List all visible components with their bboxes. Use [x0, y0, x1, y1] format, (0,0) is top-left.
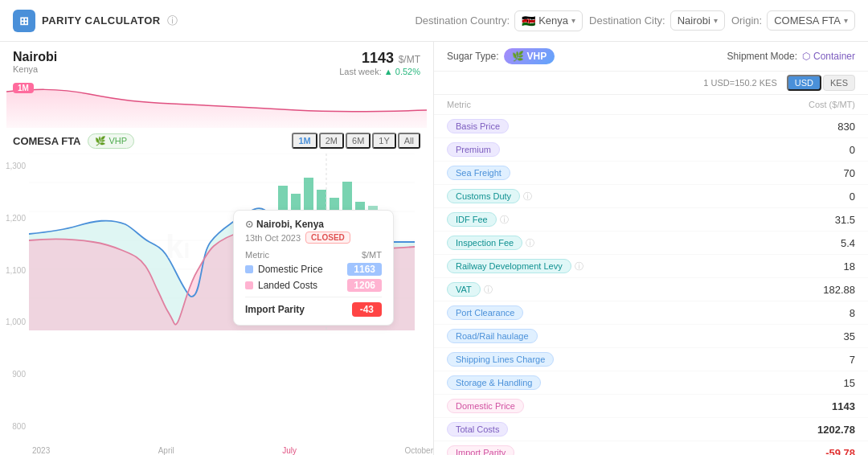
metric-value: 5.4 [807, 237, 855, 249]
app-title: PARITY CALCULATOR [42, 14, 161, 27]
metric-value: 0 [807, 191, 855, 203]
metric-left: Customs Dutyⓘ [447, 189, 532, 203]
metrics-table-header: Metric Cost ($/MT) [434, 95, 868, 115]
cost-col-header: Cost ($/MT) [809, 100, 855, 109]
metric-row: Road/Rail haulage35 [434, 325, 868, 348]
price-value: 1143 [362, 50, 394, 66]
metric-left: Shipping Lines Charge [447, 352, 554, 367]
origin-label: COMESA FTA [13, 135, 81, 147]
info-icon[interactable]: ⓘ [575, 260, 583, 273]
origin-select[interactable]: COMESA FTA ▾ [767, 10, 855, 31]
metric-left: Basis Price [447, 119, 509, 133]
metric-value: 7 [807, 354, 855, 366]
metrics-table: Metric Cost ($/MT) Basis Price830Premium… [434, 95, 868, 455]
destination-country-control: Destination Country: 🇰🇪 Kenya ▾ [415, 10, 583, 31]
metric-left: Total Costs [447, 422, 508, 437]
metric-tag[interactable]: Sea Freight [447, 166, 510, 180]
metric-tag[interactable]: Inspection Fee [447, 236, 522, 250]
vhp-tag[interactable]: 🌿 VHP [504, 48, 555, 64]
metric-row: Shipping Lines Charge7 [434, 348, 868, 371]
time-btn-1y[interactable]: 1Y [372, 133, 395, 149]
domestic-price-dot [245, 265, 253, 273]
container-badge: ⬡ Container [802, 51, 855, 62]
metric-tag[interactable]: Storage & Handling [447, 375, 541, 390]
metric-tag[interactable]: Railway Development Levy [447, 259, 571, 273]
tooltip-parity-value: -43 [352, 302, 382, 317]
info-icon[interactable]: ⓘ [526, 237, 534, 249]
metric-tag[interactable]: Shipping Lines Charge [447, 352, 554, 367]
x-label-april: April [158, 446, 174, 455]
metric-tag[interactable]: VAT [447, 282, 481, 297]
metric-value: 1202.78 [807, 424, 855, 436]
metric-tag[interactable]: Basis Price [447, 119, 509, 133]
x-axis: 2023 April July October [32, 446, 433, 455]
mini-chart-period[interactable]: 1M [13, 83, 34, 93]
chevron-down-icon: ▾ [844, 16, 848, 25]
time-btn-1m[interactable]: 1M [292, 133, 317, 149]
destination-city-select[interactable]: Nairobi ▾ [670, 10, 725, 31]
metric-left: Railway Development Levyⓘ [447, 259, 583, 273]
metric-tag[interactable]: IDF Fee [447, 212, 497, 227]
metric-tag[interactable]: Customs Duty [447, 189, 520, 203]
tooltip-location: ⊙ Nairobi, Kenya [245, 219, 382, 230]
metric-row: Inspection Feeⓘ5.4 [434, 232, 868, 255]
chart-tooltip: ⊙ Nairobi, Kenya 13th Oct 2023 CLOSED Me… [233, 210, 394, 326]
y-axis: 1,300 1,200 1,100 1,000 900 800 [0, 162, 29, 431]
vhp-badge[interactable]: 🌿 VHP [88, 133, 135, 149]
metric-value: 31.5 [807, 214, 855, 226]
left-panel: Nairobi Kenya 1143 $/MT Last week: ▲ 0.5… [0, 42, 434, 455]
metric-left: Road/Rail haulage [447, 329, 538, 343]
y-label-900: 900 [0, 370, 26, 379]
metric-left: IDF Feeⓘ [447, 212, 509, 227]
destination-country-value: Kenya [538, 14, 568, 27]
sugar-type-control: Sugar Type: 🌿 VHP [447, 48, 555, 64]
metric-left: VATⓘ [447, 282, 493, 297]
metric-tag[interactable]: Premium [447, 142, 500, 157]
metric-left: Storage & Handling [447, 375, 541, 390]
metric-row: Premium0 [434, 138, 868, 162]
time-controls: 1M 2M 6M 1Y All [292, 133, 420, 149]
exchange-rate: 1 USD=150.2 KES [703, 78, 776, 88]
metric-tag[interactable]: Road/Rail haulage [447, 329, 538, 343]
time-btn-all[interactable]: All [398, 133, 420, 149]
destination-country-select[interactable]: 🇰🇪 Kenya ▾ [514, 10, 583, 31]
origin-value: COMESA FTA [774, 14, 841, 27]
origin-label: Origin: [731, 14, 762, 27]
metric-row: Storage & Handling15 [434, 371, 868, 395]
info-icon[interactable]: ⓘ [484, 284, 493, 296]
metric-value: 1143 [807, 400, 855, 412]
country-flag: 🇰🇪 [522, 14, 535, 27]
metric-left: Premium [447, 142, 500, 157]
metric-value: 35 [807, 330, 855, 342]
svg-rect-7 [291, 194, 301, 210]
y-label-1200: 1,200 [0, 214, 26, 223]
currency-tab-kes[interactable]: KES [823, 75, 855, 91]
tooltip-header: Metric $/MT [245, 250, 382, 260]
mini-chart: 1M [0, 80, 433, 128]
origin-bar: COMESA FTA 🌿 VHP 1M 2M 6M 1Y All [0, 128, 433, 154]
metric-tag[interactable]: Domestic Price [447, 399, 524, 413]
info-icon[interactable]: ⓘ [523, 191, 532, 203]
container-label: Container [813, 51, 855, 62]
metric-row: IDF Feeⓘ31.5 [434, 208, 868, 232]
metric-row: Port Clearance8 [434, 301, 868, 325]
shipment-mode-label: Shipment Mode: [727, 51, 797, 62]
landed-costs-tooltip-value: 1206 [347, 279, 382, 292]
leaf-icon-small: 🌿 [512, 51, 524, 62]
metric-value: 8 [807, 307, 855, 319]
metric-tag[interactable]: Total Costs [447, 422, 508, 437]
info-icon[interactable]: ⓘ [500, 214, 509, 226]
metric-tag[interactable]: Import Parity [447, 445, 514, 455]
tooltip-landed-row: Landed Costs 1206 [245, 279, 382, 292]
time-btn-2m[interactable]: 2M [319, 133, 344, 149]
time-btn-6m[interactable]: 6M [346, 133, 371, 149]
currency-tabs: USD KES [787, 75, 855, 91]
metric-value: 18 [807, 260, 855, 273]
info-icon[interactable]: ⓘ [167, 14, 178, 28]
metric-left: Port Clearance [447, 305, 523, 320]
svg-rect-8 [304, 178, 313, 210]
currency-tab-usd[interactable]: USD [787, 75, 821, 91]
metric-tag[interactable]: Port Clearance [447, 305, 523, 320]
vhp-tag-label: VHP [527, 51, 547, 62]
metric-value: 0 [807, 144, 855, 156]
